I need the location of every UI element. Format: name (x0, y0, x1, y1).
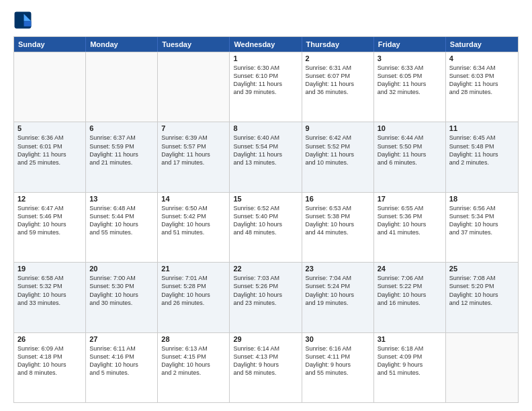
cell-info: Sunrise: 6:39 AM Sunset: 5:57 PM Dayligh… (161, 134, 226, 167)
calendar-cell: 26Sunrise: 6:09 AM Sunset: 4:18 PM Dayli… (14, 333, 86, 402)
calendar-cell: 2Sunrise: 6:31 AM Sunset: 6:07 PM Daylig… (302, 52, 374, 122)
cell-info: Sunrise: 6:44 AM Sunset: 5:50 PM Dayligh… (378, 134, 442, 167)
weekday-header: Thursday (302, 37, 374, 52)
day-number: 14 (161, 195, 226, 203)
calendar-cell: 19Sunrise: 6:58 AM Sunset: 5:32 PM Dayli… (14, 263, 86, 332)
calendar-cell: 15Sunrise: 6:52 AM Sunset: 5:40 PM Dayli… (230, 193, 302, 262)
day-number: 10 (378, 124, 442, 132)
day-number: 20 (89, 265, 154, 273)
calendar-cell (158, 52, 230, 122)
calendar-cell: 22Sunrise: 7:03 AM Sunset: 5:26 PM Dayli… (230, 263, 302, 332)
calendar-cell: 29Sunrise: 6:14 AM Sunset: 4:13 PM Dayli… (230, 333, 302, 402)
cell-info: Sunrise: 6:45 AM Sunset: 5:48 PM Dayligh… (449, 134, 515, 167)
day-number: 29 (233, 335, 298, 343)
calendar-cell: 18Sunrise: 6:56 AM Sunset: 5:34 PM Dayli… (446, 193, 518, 262)
logo-icon (13, 11, 32, 30)
day-number: 1 (233, 54, 298, 62)
calendar-row: 5Sunrise: 6:36 AM Sunset: 6:01 PM Daylig… (14, 122, 518, 191)
calendar-cell: 23Sunrise: 7:04 AM Sunset: 5:24 PM Dayli… (302, 263, 374, 332)
calendar-cell: 3Sunrise: 6:33 AM Sunset: 6:05 PM Daylig… (374, 52, 446, 122)
calendar-cell: 7Sunrise: 6:39 AM Sunset: 5:57 PM Daylig… (158, 122, 230, 191)
calendar-cell: 31Sunrise: 6:18 AM Sunset: 4:09 PM Dayli… (374, 333, 446, 402)
cell-info: Sunrise: 6:30 AM Sunset: 6:10 PM Dayligh… (233, 64, 298, 97)
cell-info: Sunrise: 6:16 AM Sunset: 4:11 PM Dayligh… (306, 345, 370, 377)
cell-info: Sunrise: 6:37 AM Sunset: 5:59 PM Dayligh… (89, 134, 154, 167)
day-number: 15 (233, 195, 298, 203)
day-number: 31 (378, 335, 442, 343)
calendar-cell (446, 333, 518, 402)
day-number: 9 (306, 124, 370, 132)
calendar-cell: 25Sunrise: 7:08 AM Sunset: 5:20 PM Dayli… (446, 263, 518, 332)
day-number: 2 (306, 54, 370, 62)
calendar-row: 26Sunrise: 6:09 AM Sunset: 4:18 PM Dayli… (14, 332, 518, 402)
calendar-cell: 10Sunrise: 6:44 AM Sunset: 5:50 PM Dayli… (374, 122, 446, 191)
day-number: 22 (233, 265, 298, 273)
calendar-row: 12Sunrise: 6:47 AM Sunset: 5:46 PM Dayli… (14, 192, 518, 262)
calendar-header: SundayMondayTuesdayWednesdayThursdayFrid… (14, 37, 518, 52)
calendar-body: 1Sunrise: 6:30 AM Sunset: 6:10 PM Daylig… (14, 52, 518, 402)
day-number: 30 (306, 335, 370, 343)
day-number: 21 (161, 265, 226, 273)
calendar-cell: 4Sunrise: 6:34 AM Sunset: 6:03 PM Daylig… (446, 52, 518, 122)
cell-info: Sunrise: 7:00 AM Sunset: 5:30 PM Dayligh… (89, 274, 154, 307)
page: SundayMondayTuesdayWednesdayThursdayFrid… (0, 0, 532, 411)
calendar-cell: 14Sunrise: 6:50 AM Sunset: 5:42 PM Dayli… (158, 193, 230, 262)
calendar: SundayMondayTuesdayWednesdayThursdayFrid… (13, 36, 519, 403)
weekday-header: Wednesday (230, 37, 302, 52)
weekday-header: Sunday (14, 37, 86, 52)
cell-info: Sunrise: 6:31 AM Sunset: 6:07 PM Dayligh… (306, 64, 370, 97)
day-number: 28 (161, 335, 226, 343)
day-number: 18 (449, 195, 515, 203)
cell-info: Sunrise: 6:33 AM Sunset: 6:05 PM Dayligh… (378, 64, 442, 97)
calendar-cell: 21Sunrise: 7:01 AM Sunset: 5:28 PM Dayli… (158, 263, 230, 332)
calendar-cell: 9Sunrise: 6:42 AM Sunset: 5:52 PM Daylig… (302, 122, 374, 191)
header (13, 11, 519, 30)
day-number: 6 (89, 124, 154, 132)
weekday-header: Friday (374, 37, 446, 52)
cell-info: Sunrise: 6:42 AM Sunset: 5:52 PM Dayligh… (306, 134, 370, 167)
day-number: 16 (306, 195, 370, 203)
cell-info: Sunrise: 6:47 AM Sunset: 5:46 PM Dayligh… (17, 204, 82, 237)
calendar-cell: 16Sunrise: 6:53 AM Sunset: 5:38 PM Dayli… (302, 193, 374, 262)
day-number: 19 (17, 265, 82, 273)
calendar-cell: 20Sunrise: 7:00 AM Sunset: 5:30 PM Dayli… (86, 263, 158, 332)
day-number: 13 (89, 195, 154, 203)
calendar-cell: 17Sunrise: 6:55 AM Sunset: 5:36 PM Dayli… (374, 193, 446, 262)
day-number: 11 (449, 124, 515, 132)
cell-info: Sunrise: 7:03 AM Sunset: 5:26 PM Dayligh… (233, 274, 298, 307)
day-number: 23 (306, 265, 370, 273)
day-number: 26 (17, 335, 82, 343)
cell-info: Sunrise: 6:09 AM Sunset: 4:18 PM Dayligh… (17, 345, 82, 377)
calendar-cell: 12Sunrise: 6:47 AM Sunset: 5:46 PM Dayli… (14, 193, 86, 262)
day-number: 5 (17, 124, 82, 132)
day-number: 3 (378, 54, 442, 62)
day-number: 27 (89, 335, 154, 343)
calendar-cell (14, 52, 86, 122)
weekday-header: Monday (86, 37, 158, 52)
day-number: 12 (17, 195, 82, 203)
day-number: 17 (378, 195, 442, 203)
cell-info: Sunrise: 6:58 AM Sunset: 5:32 PM Dayligh… (17, 274, 82, 307)
calendar-row: 19Sunrise: 6:58 AM Sunset: 5:32 PM Dayli… (14, 262, 518, 332)
calendar-cell (86, 52, 158, 122)
day-number: 8 (233, 124, 298, 132)
cell-info: Sunrise: 6:34 AM Sunset: 6:03 PM Dayligh… (449, 64, 515, 97)
day-number: 24 (378, 265, 442, 273)
cell-info: Sunrise: 6:11 AM Sunset: 4:16 PM Dayligh… (89, 345, 154, 377)
cell-info: Sunrise: 6:14 AM Sunset: 4:13 PM Dayligh… (233, 345, 298, 377)
cell-info: Sunrise: 6:53 AM Sunset: 5:38 PM Dayligh… (306, 204, 370, 237)
day-number: 25 (449, 265, 515, 273)
calendar-cell: 6Sunrise: 6:37 AM Sunset: 5:59 PM Daylig… (86, 122, 158, 191)
day-number: 7 (161, 124, 226, 132)
cell-info: Sunrise: 7:06 AM Sunset: 5:22 PM Dayligh… (378, 274, 442, 307)
cell-info: Sunrise: 7:04 AM Sunset: 5:24 PM Dayligh… (306, 274, 370, 307)
calendar-cell: 24Sunrise: 7:06 AM Sunset: 5:22 PM Dayli… (374, 263, 446, 332)
calendar-cell: 27Sunrise: 6:11 AM Sunset: 4:16 PM Dayli… (86, 333, 158, 402)
calendar-cell: 5Sunrise: 6:36 AM Sunset: 6:01 PM Daylig… (14, 122, 86, 191)
weekday-header: Saturday (446, 37, 518, 52)
cell-info: Sunrise: 7:08 AM Sunset: 5:20 PM Dayligh… (449, 274, 515, 307)
calendar-cell: 30Sunrise: 6:16 AM Sunset: 4:11 PM Dayli… (302, 333, 374, 402)
cell-info: Sunrise: 6:50 AM Sunset: 5:42 PM Dayligh… (161, 204, 226, 237)
logo (13, 11, 35, 30)
cell-info: Sunrise: 6:55 AM Sunset: 5:36 PM Dayligh… (378, 204, 442, 237)
